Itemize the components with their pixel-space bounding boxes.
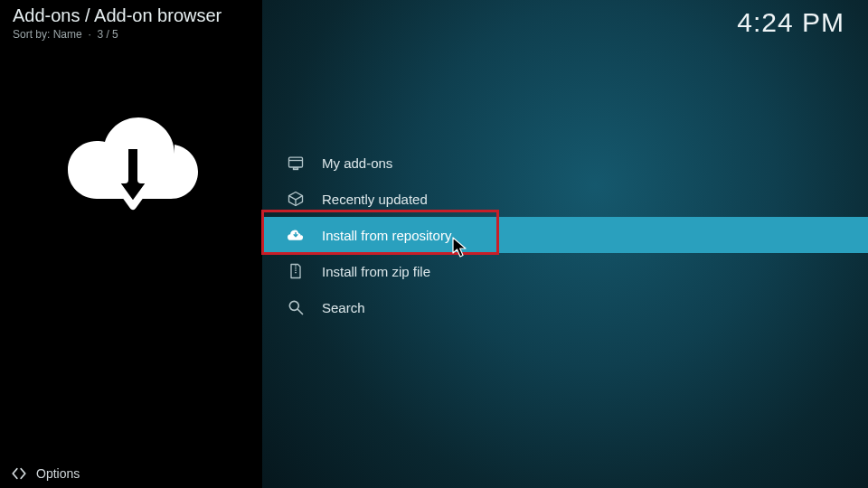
menu-item-install-from-repository[interactable]: Install from repository bbox=[262, 217, 868, 253]
menu-item-label: Recently updated bbox=[322, 192, 428, 207]
menu-item-recently-updated[interactable]: Recently updated bbox=[262, 181, 868, 217]
zip-file-icon bbox=[286, 261, 306, 281]
breadcrumb: Add-ons / Add-on browser bbox=[13, 5, 222, 26]
sort-label: Sort by: Name bbox=[13, 28, 82, 41]
section-hero-icon bbox=[0, 108, 262, 230]
footer-options[interactable]: Options bbox=[0, 459, 262, 488]
menu-item-label: Search bbox=[322, 300, 365, 315]
svg-rect-3 bbox=[294, 168, 298, 170]
menu-item-label: My add-ons bbox=[322, 155, 392, 171]
search-icon bbox=[286, 297, 306, 317]
svg-line-9 bbox=[298, 310, 303, 314]
sort-separator: · bbox=[85, 28, 97, 41]
footer-options-label: Options bbox=[36, 466, 80, 481]
list-position: 3 / 5 bbox=[97, 28, 118, 41]
svg-point-8 bbox=[289, 301, 298, 310]
menu-item-my-addons[interactable]: My add-ons bbox=[262, 145, 868, 181]
content-pane: 4:24 PM My add-ons bbox=[262, 0, 868, 488]
menu-item-search[interactable]: Search bbox=[262, 289, 868, 325]
cloud-download-icon bbox=[286, 225, 306, 245]
box-open-icon bbox=[286, 189, 306, 209]
sort-line: Sort by: Name · 3 / 5 bbox=[13, 28, 118, 41]
clock: 4:24 PM bbox=[737, 7, 844, 38]
sidebar: Add-ons / Add-on browser Sort by: Name ·… bbox=[0, 0, 262, 488]
app-root: Add-ons / Add-on browser Sort by: Name ·… bbox=[0, 0, 868, 488]
svg-rect-1 bbox=[289, 157, 303, 167]
options-arrows-icon bbox=[11, 465, 27, 482]
menu-item-label: Install from zip file bbox=[322, 264, 430, 279]
menu-item-install-from-zip[interactable]: Install from zip file bbox=[262, 253, 868, 289]
menu-item-label: Install from repository bbox=[322, 228, 451, 243]
addons-icon bbox=[286, 153, 306, 173]
cloud-download-hero-icon bbox=[59, 213, 203, 229]
addon-browser-menu: My add-ons Recently updated bbox=[262, 145, 868, 325]
